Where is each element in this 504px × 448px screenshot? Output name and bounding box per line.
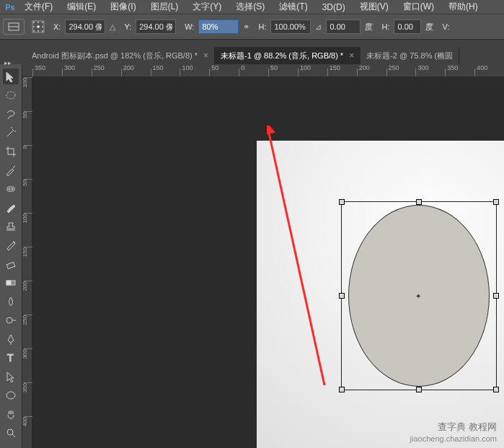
menu-layer[interactable]: 图层(L): [143, 1, 186, 13]
tab-untitled-1[interactable]: 未标题-1 @ 88.2% (音乐, RGB/8) * ×: [215, 47, 361, 64]
lasso-tool[interactable]: [3, 106, 19, 122]
tab-untitled-2[interactable]: 未标题-2 @ 75.8% (椭圆: [361, 47, 459, 64]
svg-rect-16: [6, 262, 14, 268]
menu-view[interactable]: 视图(V): [353, 1, 396, 13]
ruler-tick: 200: [121, 69, 151, 77]
watermark-main: 查字典 教程网: [410, 421, 497, 434]
panel-strip: [0, 40, 504, 47]
h-input[interactable]: [270, 19, 311, 34]
type-tool[interactable]: T: [3, 350, 19, 366]
ruler-tick: 250: [24, 315, 32, 348]
skew-h-label: H:: [381, 22, 389, 31]
menu-help[interactable]: 帮助(H): [441, 1, 485, 13]
brush-tool[interactable]: [3, 200, 19, 216]
ruler-tick: 350: [32, 69, 62, 77]
blur-tool[interactable]: [3, 294, 19, 309]
link-icon[interactable]: ⚭: [243, 22, 249, 32]
handle-e[interactable]: [493, 293, 499, 299]
stamp-tool[interactable]: [3, 219, 19, 234]
history-brush-tool[interactable]: [3, 237, 19, 253]
zoom-tool[interactable]: [3, 425, 19, 441]
wand-tool[interactable]: [3, 125, 19, 141]
x-input[interactable]: [65, 19, 105, 34]
close-icon[interactable]: ×: [203, 50, 208, 61]
menu-file[interactable]: 文件(F): [17, 1, 60, 13]
menu-type[interactable]: 文字(Y): [185, 1, 229, 13]
y-input[interactable]: [136, 19, 176, 34]
ruler-tick: 150: [151, 69, 180, 77]
skew-h-input[interactable]: [394, 19, 421, 34]
menu-filter[interactable]: 滤镜(T): [272, 1, 314, 13]
transform-bounding-box[interactable]: ✦: [341, 201, 497, 390]
tool-panel: ▸▸ T: [0, 64, 22, 448]
tab-label: Android 图标副本.psd @ 182% (音乐, RGB/8) *: [32, 50, 198, 61]
ruler-tick: 150: [327, 69, 357, 77]
dodge-tool[interactable]: [3, 312, 19, 328]
angle-icon: ⊿: [315, 22, 322, 32]
gradient-tool[interactable]: [3, 275, 19, 291]
skew-h-unit: 度: [425, 22, 433, 32]
eraser-tool[interactable]: [3, 256, 19, 272]
path-select-tool[interactable]: [3, 369, 19, 385]
watermark: 查字典 教程网 jiaocheng.chazidian.com: [410, 421, 497, 444]
handle-w[interactable]: [339, 293, 345, 299]
handle-nw[interactable]: [339, 199, 345, 205]
delta-icon[interactable]: △: [110, 22, 115, 32]
handle-s[interactable]: [416, 387, 422, 392]
menu-3d[interactable]: 3D(D): [315, 2, 353, 12]
ruler-tick: 100: [180, 69, 209, 77]
angle-input[interactable]: [326, 19, 361, 34]
svg-point-4: [37, 22, 39, 23]
reference-point-widget[interactable]: [32, 20, 45, 33]
menu-window[interactable]: 窗口(W): [396, 1, 441, 13]
menu-image[interactable]: 图像(I): [103, 1, 143, 13]
ruler-tick: 50: [268, 69, 298, 77]
eyedropper-tool[interactable]: [3, 162, 19, 178]
hand-tool[interactable]: [3, 406, 19, 422]
svg-point-7: [37, 25, 40, 28]
ruler-tick: 200: [24, 281, 32, 315]
ruler-tick: 50: [24, 179, 32, 213]
ruler-tick: 350: [445, 69, 474, 77]
close-icon[interactable]: ×: [349, 50, 354, 61]
ruler-tick: 150: [24, 247, 32, 281]
ruler-horizontal: 3503002502001501005005010015020025030035…: [22, 64, 504, 77]
ruler-tick: 100: [24, 213, 32, 247]
svg-point-5: [42, 22, 43, 23]
crop-tool[interactable]: [3, 144, 19, 159]
ruler-tick: 250: [92, 69, 121, 77]
options-bar: X: △ Y: W: ⚭ H: ⊿ 度 H: 度 V:: [0, 14, 504, 40]
marquee-tool[interactable]: [3, 87, 19, 103]
move-tool[interactable]: [3, 69, 19, 84]
svg-point-3: [33, 22, 35, 23]
ruler-tick: 100: [298, 69, 327, 77]
menu-edit[interactable]: 编辑(E): [60, 1, 103, 13]
heal-tool[interactable]: [3, 181, 19, 197]
pen-tool[interactable]: [3, 331, 19, 347]
w-input[interactable]: [198, 19, 239, 34]
toggle-columns-icon[interactable]: ▸▸: [4, 59, 12, 66]
svg-point-23: [7, 429, 13, 435]
svg-text:T: T: [7, 352, 14, 364]
handle-sw[interactable]: [339, 387, 345, 392]
ruler-tick: 300: [24, 348, 32, 382]
handle-n[interactable]: [416, 199, 422, 205]
menu-select[interactable]: 选择(S): [229, 1, 272, 13]
svg-point-11: [42, 30, 43, 32]
document-tabs: Android 图标副本.psd @ 182% (音乐, RGB/8) * × …: [0, 47, 504, 64]
svg-rect-18: [6, 281, 11, 285]
svg-point-10: [37, 30, 39, 32]
ruler-tick: 400: [24, 416, 32, 448]
svg-point-14: [9, 188, 10, 190]
skew-v-label: V:: [442, 22, 449, 31]
handle-se[interactable]: [493, 387, 499, 392]
svg-point-22: [6, 392, 15, 399]
ruler-tick: 300: [62, 69, 92, 77]
transform-preset-icon[interactable]: [3, 19, 25, 35]
svg-point-6: [33, 26, 35, 27]
tab-label: 未标题-2 @ 75.8% (椭圆: [366, 50, 453, 61]
shape-tool[interactable]: [3, 387, 19, 403]
handle-ne[interactable]: [493, 199, 499, 205]
canvas-area[interactable]: ✦: [32, 77, 504, 448]
tab-android[interactable]: Android 图标副本.psd @ 182% (音乐, RGB/8) * ×: [26, 47, 215, 64]
